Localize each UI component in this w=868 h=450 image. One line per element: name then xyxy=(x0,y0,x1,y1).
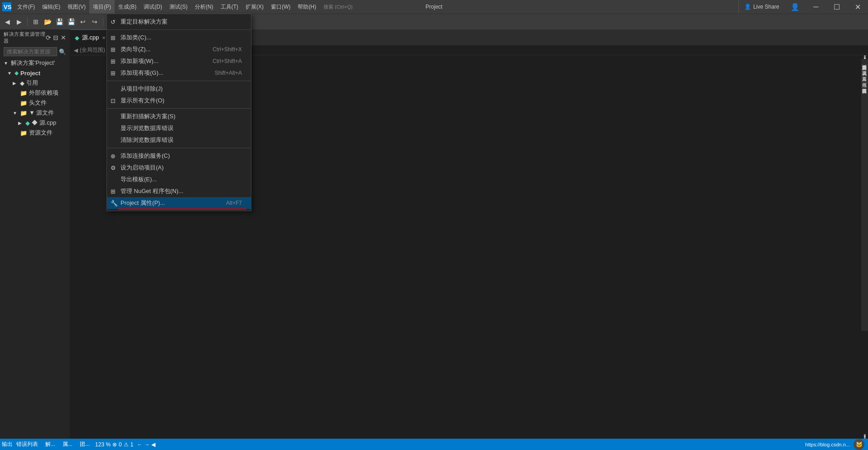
ctx-cleardberror[interactable]: 清除浏览数据库错误 xyxy=(107,134,251,146)
maximize-button[interactable]: ☐ xyxy=(826,0,847,14)
side-label-toolbox[interactable]: 工具箱 xyxy=(861,71,868,77)
tree-label-project: Project xyxy=(20,70,40,77)
live-share-label: Live Share xyxy=(753,4,779,10)
sidebar-close-btn[interactable]: ✕ xyxy=(61,34,67,41)
ctx-addnew[interactable]: ⊞ 添加新项(W)... Ctrl+Shift+A xyxy=(107,55,251,67)
toolbar-open-btn[interactable]: 📂 xyxy=(42,16,53,27)
tree-item-resourcefiles[interactable]: 📁 资源文件 xyxy=(0,128,70,138)
project-icon: ◆ xyxy=(14,70,19,76)
ctx-addexisting[interactable]: ⊞ 添加现有项(G)... Shift+Alt+A xyxy=(107,67,251,79)
menu-view[interactable]: 视图(V) xyxy=(64,0,89,14)
ctx-retarget[interactable]: ↺ 重定目标解决方案 xyxy=(107,16,251,28)
tree-item-sourcecpp[interactable]: ▶ ◆ ◆ 源.cpp xyxy=(0,118,70,128)
status-left: 解... 属... 团... xyxy=(43,440,92,448)
status-zoom: 123 % xyxy=(95,441,111,448)
toolbar-saveall-btn[interactable]: 💾 xyxy=(66,16,77,27)
tree-item-externaldeps[interactable]: 📁 外部依赖项 xyxy=(0,88,70,98)
ctx-addclass[interactable]: ⊞ 添加类(C)... xyxy=(107,32,251,44)
ctx-nuget[interactable]: ⊞ 管理 NuGet 程序包(N)... xyxy=(107,185,251,197)
ctx-addnew-shortcut: Ctrl+Shift+A xyxy=(212,58,242,64)
ctx-classview-label: 类向导(Z)... xyxy=(121,45,209,53)
ctx-setstartup[interactable]: ⚙ 设为启动项目(A) xyxy=(107,162,251,174)
tab-close-icon[interactable]: ✕ xyxy=(102,35,106,40)
tree-item-headerfiles[interactable]: 📁 头文件 xyxy=(0,98,70,108)
menu-help[interactable]: 帮助(H) xyxy=(294,0,320,14)
breadcrumb-scope[interactable]: (全局范围) xyxy=(80,46,105,54)
ctx-properties[interactable]: 🔧 Project 属性(P)... Alt+F7 xyxy=(107,197,251,209)
search-icon[interactable]: 🔍 xyxy=(59,48,66,55)
toolbar-back-btn[interactable]: ◀ xyxy=(2,16,13,27)
menu-build[interactable]: 生成(B) xyxy=(115,0,140,14)
menu-test[interactable]: 测试(S) xyxy=(166,0,191,14)
ctx-nuget-label: 管理 NuGet 程序包(N)... xyxy=(121,187,242,195)
ctx-exclude[interactable]: 从项目中排除(J) xyxy=(107,83,251,95)
menu-search[interactable]: 搜索 (Ctrl+Q) xyxy=(320,0,356,14)
title-bar-actions: 👤 Live Share 👤 ─ ☐ ✕ xyxy=(738,0,868,14)
nav-forward-btn[interactable]: → xyxy=(144,441,149,448)
ctx-properties-shortcut: Alt+F7 xyxy=(226,200,242,206)
breadcrumb-arrow-left[interactable]: ◀ xyxy=(74,47,78,53)
menu-debug[interactable]: 调试(D) xyxy=(140,0,166,14)
ctx-classview[interactable]: ⊞ 类向导(Z)... Ctrl+Shift+X xyxy=(107,44,251,55)
classview-icon: ⊞ xyxy=(111,46,116,53)
toolbar-save-btn[interactable]: 💾 xyxy=(54,16,65,27)
live-share-button[interactable]: 👤 Live Share xyxy=(738,0,785,14)
properties-icon: 🔧 xyxy=(111,200,118,207)
person-button[interactable]: 👤 xyxy=(785,0,805,14)
status-tab-errors[interactable]: 错误列表 xyxy=(14,439,40,450)
tab-label: 源.cpp xyxy=(82,34,99,42)
sidebar: 解决方案资源管理器 ⟳ ⊟ ✕ 🔍 ▼ 解决方案'Project' ▼ ◆ Pr… xyxy=(0,29,70,439)
status-bar: 输出 错误列表 解... 属... 团... 123 % ⊗ 0 ⚠ 1 ← →… xyxy=(0,439,868,450)
sidebar-sync-btn[interactable]: ⟳ xyxy=(46,34,52,41)
tree-item-sourcefiles[interactable]: ▼ 📁 ▼ 源文件 xyxy=(0,108,70,118)
side-label-team[interactable]: 团队资源管理器 xyxy=(861,82,868,88)
ctx-showdberror[interactable]: 显示浏览数据库错误 xyxy=(107,122,251,134)
menu-extensions[interactable]: 扩展(X) xyxy=(242,0,267,14)
side-label-debug[interactable]: 调试工具 xyxy=(861,65,868,71)
ext-icon: 📁 xyxy=(20,90,27,97)
title-bar: VS 文件(F) 编辑(E) 视图(V) 项目(P) 生成(B) 调试(D) 测… xyxy=(0,0,868,14)
status-tab-output[interactable]: 输出 xyxy=(0,439,14,450)
menu-project[interactable]: 项目(P) xyxy=(89,0,115,14)
toolbar-forward-btn[interactable]: ▶ xyxy=(14,16,24,27)
tree-item-solution[interactable]: ▼ 解决方案'Project' xyxy=(0,58,70,68)
menu-analyze[interactable]: 分析(N) xyxy=(191,0,217,14)
menu-window[interactable]: 窗口(W) xyxy=(267,0,294,14)
window-title: Project xyxy=(425,4,442,10)
scroll-left-btn[interactable]: ◀ xyxy=(151,441,155,448)
side-label-props[interactable]: 属性 xyxy=(861,77,868,82)
ctx-showfiles[interactable]: ⊡ 显示所有文件(O) xyxy=(107,95,251,106)
scrollbar-down-arrow[interactable]: ▼ xyxy=(864,434,866,439)
error-icon: ⊗ xyxy=(112,441,117,448)
toolbar-newproject-btn[interactable]: ⊞ xyxy=(30,16,41,27)
tree-arrow-project: ▼ xyxy=(7,71,13,76)
menu-sep-2 xyxy=(107,81,251,81)
menu-file[interactable]: 文件(F) xyxy=(14,0,39,14)
close-button[interactable]: ✕ xyxy=(847,0,868,14)
toolbar-undo-btn[interactable]: ↩ xyxy=(77,16,88,27)
ctx-classview-shortcut: Ctrl+Shift+X xyxy=(212,46,242,53)
ctx-addconnected[interactable]: ⊕ 添加连接的服务(C) xyxy=(107,150,251,162)
status-sidebar-tab-1[interactable]: 解... xyxy=(43,440,57,448)
ctx-rescan[interactable]: 重新扫描解决方案(S) xyxy=(107,111,251,122)
status-sidebar-tab-2[interactable]: 属... xyxy=(61,440,74,448)
tree-item-refs[interactable]: ▶ ◆ 引用 xyxy=(0,78,70,88)
retarget-icon: ↺ xyxy=(111,19,116,25)
status-nav: ← → ◀ xyxy=(137,441,155,448)
toolbar-redo-btn[interactable]: ↪ xyxy=(89,16,100,27)
nav-back-btn[interactable]: ← xyxy=(137,441,142,448)
menu-tools[interactable]: 工具(T) xyxy=(217,0,242,14)
minimize-button[interactable]: ─ xyxy=(805,0,826,14)
ctx-addconnected-label: 添加连接的服务(C) xyxy=(121,152,242,160)
ctx-addexisting-label: 添加现有项(G)... xyxy=(121,69,211,77)
status-sidebar-tab-3[interactable]: 团... xyxy=(78,440,92,448)
ctx-export[interactable]: 导出模板(E)... xyxy=(107,174,251,185)
sidebar-collapse-btn[interactable]: ⊟ xyxy=(53,34,59,41)
tree-label-srcfolder: ▼ 源文件 xyxy=(29,109,54,117)
showfiles-icon: ⊡ xyxy=(111,97,116,104)
side-label-solution[interactable]: 解决方案资源管理器 xyxy=(861,59,868,65)
tree-item-project[interactable]: ▼ ◆ Project xyxy=(0,68,70,78)
editor-tab-sourcecpp[interactable]: ◆ 源.cpp ✕ xyxy=(70,29,111,45)
sidebar-search-input[interactable] xyxy=(4,47,57,56)
menu-edit[interactable]: 编辑(E) xyxy=(39,0,64,14)
